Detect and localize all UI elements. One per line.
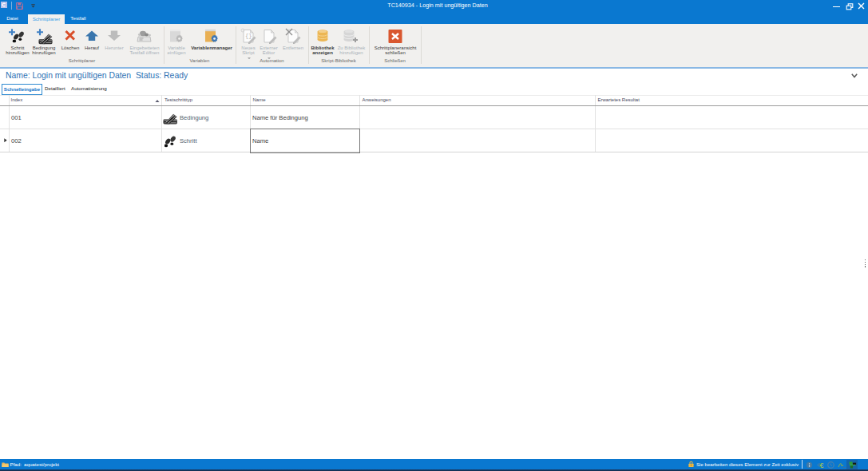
svg-text:{}: {} (245, 33, 252, 39)
svg-text:€: € (820, 461, 824, 469)
